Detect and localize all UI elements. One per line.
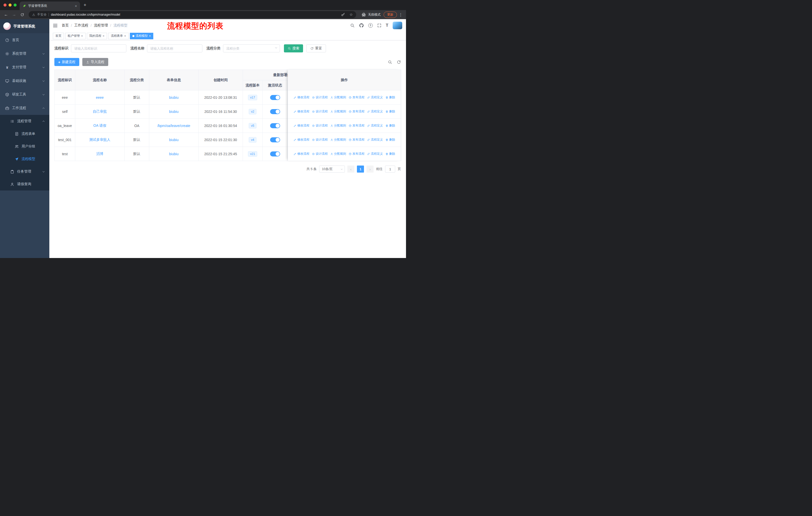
tag-home[interactable]: 首页: [53, 33, 64, 39]
publish-process-link[interactable]: 发布流程: [349, 138, 365, 142]
help-icon[interactable]: ?: [368, 23, 373, 28]
assign-rule-link[interactable]: 分配规则: [330, 124, 346, 128]
address-bar[interactable]: ⚠ 不安全 dashboard.yudao.iocoder.cn/bpm/man…: [29, 11, 356, 18]
process-name-input[interactable]: [147, 44, 202, 52]
row-name-link[interactable]: 测试多审批人: [89, 138, 111, 142]
active-toggle[interactable]: [270, 109, 280, 114]
user-avatar[interactable]: [393, 22, 402, 29]
sidebar-item-process-mgmt[interactable]: 流程管理: [0, 115, 49, 128]
edit-process-link[interactable]: 修改流程: [293, 124, 309, 128]
process-category-select[interactable]: [223, 44, 280, 52]
next-page-button[interactable]: ›: [367, 166, 374, 172]
tag-process-model[interactable]: 流程模型 ×: [130, 33, 153, 39]
active-toggle[interactable]: [270, 152, 280, 157]
sidebar-item-process-model[interactable]: 流程模型: [0, 153, 49, 165]
bookmark-star-icon[interactable]: ☆: [348, 11, 354, 18]
sidebar-item-home[interactable]: 首页: [0, 33, 49, 47]
page-size-select[interactable]: 10条/页: [319, 166, 345, 172]
process-definition-link[interactable]: 流程定义: [367, 152, 383, 156]
row-name-link[interactable]: eeee: [96, 96, 104, 100]
breadcrumb-workflow[interactable]: 工作流程: [74, 23, 88, 28]
close-icon[interactable]: ×: [81, 34, 83, 38]
browser-menu-icon[interactable]: ⋮: [398, 12, 404, 17]
active-toggle[interactable]: [270, 123, 280, 128]
breadcrumb-process-mgmt[interactable]: 流程管理: [94, 23, 108, 28]
browser-tab[interactable]: 芋道管理系统 ×: [20, 1, 80, 10]
delete-process-link[interactable]: 删除: [385, 95, 395, 100]
edit-process-link[interactable]: 修改流程: [293, 95, 309, 100]
sidebar-item-process-form[interactable]: 流程表单: [0, 128, 49, 140]
sidebar-item-dev-tools[interactable]: 研发工具: [0, 88, 49, 101]
delete-process-link[interactable]: 删除: [385, 152, 395, 156]
process-definition-link[interactable]: 流程定义: [367, 124, 383, 128]
font-size-icon[interactable]: T: [386, 23, 388, 28]
publish-process-link[interactable]: 发布流程: [349, 124, 365, 128]
close-icon[interactable]: ×: [103, 34, 105, 38]
tag-my-process[interactable]: 我的流程 ×: [87, 33, 107, 39]
assign-rule-link[interactable]: 分配规则: [330, 95, 346, 100]
sidebar-item-payment-mgmt[interactable]: ¥ 支付管理: [0, 60, 49, 74]
toggle-search-icon[interactable]: [388, 60, 392, 64]
prev-page-button[interactable]: ‹: [347, 166, 354, 172]
publish-process-link[interactable]: 发布流程: [349, 109, 365, 114]
design-process-link[interactable]: 设计流程: [312, 109, 328, 114]
update-button[interactable]: 更新: [384, 11, 397, 18]
forward-icon[interactable]: →: [10, 11, 18, 18]
sidebar-item-workflow[interactable]: 工作流程: [0, 101, 49, 115]
process-definition-link[interactable]: 流程定义: [367, 95, 383, 100]
delete-process-link[interactable]: 删除: [385, 124, 395, 128]
search-icon[interactable]: [350, 23, 355, 28]
back-icon[interactable]: ←: [2, 11, 9, 18]
create-process-button[interactable]: + 新建流程: [54, 58, 79, 66]
design-process-link[interactable]: 设计流程: [312, 95, 328, 100]
reload-icon[interactable]: [19, 11, 26, 18]
active-toggle[interactable]: [270, 95, 280, 100]
close-window-button[interactable]: [3, 3, 6, 6]
breadcrumb-home[interactable]: 首页: [62, 23, 69, 28]
publish-process-link[interactable]: 发布流程: [349, 95, 365, 100]
publish-process-link[interactable]: 发布流程: [349, 152, 365, 156]
tab-close-icon[interactable]: ×: [75, 4, 77, 8]
row-form-link[interactable]: biubiu: [169, 152, 178, 156]
refresh-table-icon[interactable]: [397, 60, 401, 64]
row-name-link[interactable]: 自己审批: [93, 109, 107, 113]
reset-button[interactable]: 重置: [306, 44, 326, 52]
sidebar-item-infrastructure[interactable]: 基础设施: [0, 74, 49, 88]
process-definition-link[interactable]: 流程定义: [367, 138, 383, 142]
new-tab-button[interactable]: +: [84, 2, 86, 8]
row-form-link[interactable]: /bpm/oa/leave/create: [157, 124, 190, 128]
tag-tenant-mgmt[interactable]: 租户管理 ×: [65, 33, 86, 39]
row-name-link[interactable]: OA 请假: [93, 124, 106, 128]
row-name-link[interactable]: 滔博: [96, 152, 104, 156]
tag-process-form[interactable]: 流程表单 ×: [108, 33, 128, 39]
goto-page-input[interactable]: [385, 166, 395, 172]
active-toggle[interactable]: [270, 137, 280, 142]
row-form-link[interactable]: biubiu: [169, 96, 178, 100]
fullscreen-icon[interactable]: [377, 23, 382, 28]
edit-process-link[interactable]: 修改流程: [293, 138, 309, 142]
sidebar-item-task-mgmt[interactable]: 任务管理: [0, 165, 49, 178]
process-definition-link[interactable]: 流程定义: [367, 109, 383, 114]
assign-rule-link[interactable]: 分配规则: [330, 109, 346, 114]
import-process-button[interactable]: 导入流程: [82, 58, 108, 66]
edit-process-link[interactable]: 修改流程: [293, 109, 309, 114]
design-process-link[interactable]: 设计流程: [312, 152, 328, 156]
row-form-link[interactable]: biubiu: [169, 110, 178, 114]
delete-process-link[interactable]: 删除: [385, 109, 395, 114]
password-key-icon[interactable]: [340, 11, 346, 18]
sidebar-item-leave-query[interactable]: 请假查询: [0, 178, 49, 190]
page-1-button[interactable]: 1: [357, 166, 364, 172]
close-icon[interactable]: ×: [149, 34, 151, 38]
row-form-link[interactable]: biubiu: [169, 138, 178, 142]
design-process-link[interactable]: 设计流程: [312, 138, 328, 142]
delete-process-link[interactable]: 删除: [385, 138, 395, 142]
close-icon[interactable]: ×: [124, 34, 126, 38]
assign-rule-link[interactable]: 分配规则: [330, 152, 346, 156]
minimize-window-button[interactable]: [8, 3, 11, 6]
zoom-window-button[interactable]: [13, 3, 17, 6]
edit-process-link[interactable]: 修改流程: [293, 152, 309, 156]
design-process-link[interactable]: 设计流程: [312, 124, 328, 128]
sidebar-item-system-mgmt[interactable]: 系统管理: [0, 47, 49, 60]
process-key-input[interactable]: [71, 44, 126, 52]
search-button[interactable]: 搜索: [284, 44, 303, 52]
